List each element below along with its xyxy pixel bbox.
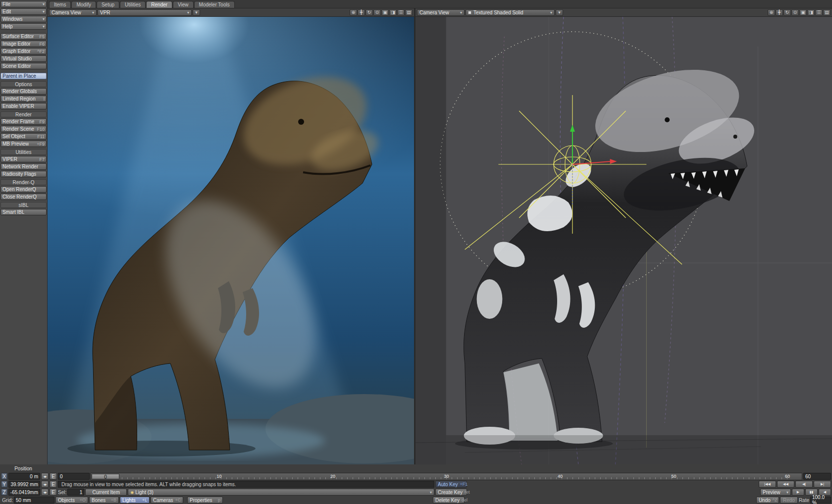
viewport-options-arrow[interactable]: ▾ [556,9,563,16]
viper-button[interactable]: VIPERF7 [0,156,47,162]
chevron-down-icon: ▾ [550,10,552,15]
timeline-handle[interactable]: 0 [92,474,119,479]
create-key-button[interactable]: Create Key ret [435,489,467,496]
current-item-label: Current Item [85,489,127,496]
timeline-ruler[interactable]: 0 0 10 20 30 40 50 60 [91,473,802,480]
menu-file[interactable]: File▾ [0,1,47,7]
chevron-down-icon: ▾ [43,2,45,6]
center-view-icon[interactable]: ⊕ [768,9,775,16]
maximize-viewport-icon[interactable]: ▣ [381,9,389,16]
z-spinner[interactable]: ◂▸ [41,489,49,496]
z-axis-label: Z [1,489,7,496]
tab-view[interactable]: View [173,1,194,8]
mb-preview-button[interactable]: MB Preview+F9 [0,141,47,147]
shade-toggle-icon[interactable]: ◨ [389,9,397,16]
right-view-mode-dropdown[interactable]: Camera View▾ [417,9,465,16]
auto-key-button[interactable]: Auto Key +F1 [435,481,467,488]
toggle-objects[interactable]: Objects+O [55,497,88,504]
limited-region-button[interactable]: Limited Regionl [0,96,47,102]
x-spinner[interactable]: ◂▸ [41,473,49,480]
sel-object-button[interactable]: Sel ObjectF11 [0,133,47,140]
network-render-button[interactable]: Network Render [0,163,47,170]
current-item-dropdown[interactable]: ◉ Light (3) ▾ [128,489,434,496]
zoom-view-icon[interactable]: ⊙ [791,9,799,16]
panel-menu-icon[interactable]: ▤ [405,9,413,16]
pan-view-icon[interactable]: ╋ [776,9,783,16]
menu-windows[interactable]: Windows▾ [0,16,47,22]
toggle-cameras[interactable]: Cameras+C [151,497,183,504]
maximize-viewport-icon[interactable]: ▣ [799,9,807,16]
tab-setup[interactable]: Setup [97,1,119,8]
properties-button[interactable]: Propertiesp [187,497,223,504]
chevron-down-icon: ▾ [92,10,94,15]
orbit-view-icon[interactable]: ↻ [365,9,373,16]
step-forward-button[interactable]: ▶| [814,481,831,488]
vpr-render-scene [48,17,414,464]
y-spinner[interactable]: ◂▸ [41,481,49,488]
tab-modeler-tools[interactable]: Modeler Tools [194,1,235,8]
current-item-row: Z -65.0419mm ◂▸ E Sel: 1 Current Item ◉ … [1,488,831,496]
scene-editor-button[interactable]: Scene Editor [0,63,47,69]
enable-viper-button[interactable]: Enable VIPER [0,103,47,109]
z-envelope-button[interactable]: E [50,489,57,496]
rate-field[interactable]: 100.0 % [810,497,831,504]
toggle-lights[interactable]: Lights+L [120,497,150,504]
parent-in-place-button[interactable]: Parent in Place [0,73,47,79]
x-envelope-button[interactable]: E [50,473,57,480]
z-value-field[interactable]: -65.0419mm [8,489,40,496]
first-frame-field[interactable]: 0 [58,473,90,480]
radiosity-flags-button[interactable]: Radiosity Flags [0,171,47,177]
undo-button[interactable]: Undo^Z [756,497,779,504]
delete-key-button[interactable]: Delete Key del [433,497,465,504]
right-render-mode-dropdown[interactable]: Textured Shaded Solid▾ [466,9,555,16]
sel-count-field[interactable]: 1 [67,489,84,496]
panel-menu-icon[interactable]: ▤ [823,9,831,16]
right-viewport-header: Camera View▾ Textured Shaded Solid▾ ▾ ⊕ … [416,8,832,17]
center-view-icon[interactable]: ⊕ [350,9,357,16]
section-title-render: Render [0,111,47,117]
shade-toggle-icon[interactable]: ◨ [807,9,815,16]
image-editor-button[interactable]: Image EditorF6 [0,41,47,47]
tab-modify[interactable]: Modify [71,1,96,8]
graph-editor-button[interactable]: Graph Editor^F2 [0,48,47,54]
timeline-row: X 0 m ◂▸ E 0 0 0 10 20 30 40 50 60 60 [1,472,831,480]
render-scene-button[interactable]: Render SceneF10 [0,126,47,132]
grid-row: Grid: 50 mm Objects+O Bones+B Lights+L C… [1,496,831,504]
chevron-down-icon: ▾ [187,10,189,15]
pan-view-icon[interactable]: ╋ [358,9,365,16]
menu-edit[interactable]: Edit▾ [0,8,47,15]
menu-help[interactable]: Help▾ [0,23,47,30]
tab-utilities[interactable]: Utilities [120,1,146,8]
virtual-studio-button[interactable]: Virtual Studio [0,55,47,62]
prev-key-button[interactable]: ◀◀ [777,481,794,488]
zoom-view-icon[interactable]: ⊙ [373,9,381,16]
toggle-bones[interactable]: Bones+B [89,497,119,504]
tab-render[interactable]: Render [146,1,172,8]
play-button[interactable]: ▶ [792,489,804,496]
tab-items[interactable]: Items [49,1,71,8]
viewport-options-arrow[interactable]: ▾ [193,9,200,16]
redo-button[interactable]: Redo [780,497,798,504]
vpr-render-canvas[interactable] [48,17,414,464]
render-globals-button[interactable]: Render Globals [0,88,47,95]
x-value-field[interactable]: 0 m [8,473,40,480]
chevron-down-icon: ▾ [43,24,45,29]
left-view-mode-dropdown[interactable]: Camera View▾ [49,9,97,16]
chevron-down-icon: ▾ [43,17,45,21]
preview-dropdown[interactable]: Preview▾ [760,489,791,496]
smart-ibl-button[interactable]: Smart IBL [0,209,47,215]
close-renderq-button[interactable]: Close RenderQ [0,194,47,200]
opengl-canvas[interactable] [416,17,832,464]
open-renderq-button[interactable]: Open RenderQ [0,186,47,193]
surface-editor-button[interactable]: Surface EditorF5 [0,33,47,40]
render-frame-button[interactable]: Render FrameF9 [0,118,47,125]
left-render-mode-dropdown[interactable]: VPR▾ [98,9,192,16]
step-back-button[interactable]: ◀| [795,481,813,488]
goto-start-button[interactable]: |◀◀ [759,481,776,488]
y-envelope-button[interactable]: E [50,481,57,488]
list-view-icon[interactable]: ☰ [815,9,823,16]
list-view-icon[interactable]: ☰ [397,9,405,16]
orbit-view-icon[interactable]: ↻ [783,9,791,16]
last-frame-field[interactable]: 60 [803,473,831,480]
y-value-field[interactable]: 39.9992 mm [8,481,40,488]
